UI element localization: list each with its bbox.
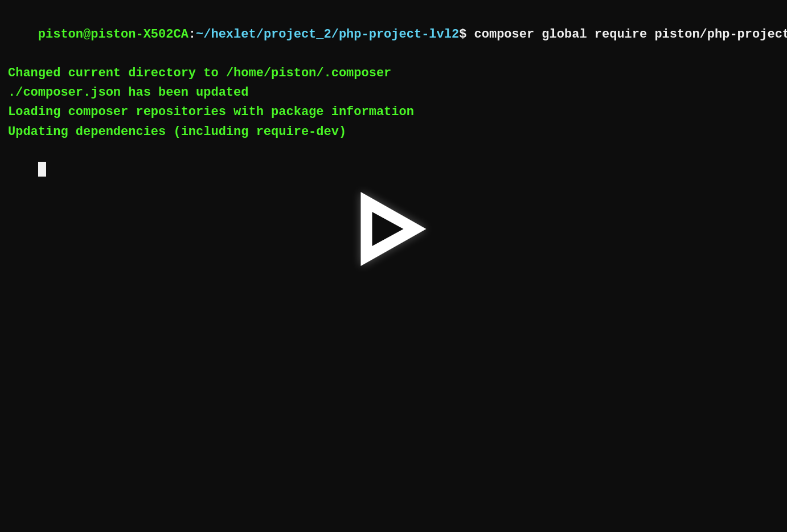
terminal-window: piston@piston-X502CA:~/hexlet/project_2/… — [0, 0, 787, 532]
output-line-2: ./composer.json has been updated — [8, 83, 779, 103]
command-text: composer global require piston/php-proje… — [466, 27, 787, 42]
output-line-1: Changed current directory to /home/pisto… — [8, 64, 779, 83]
prompt-separator: : — [188, 27, 196, 42]
terminal-cursor — [38, 162, 46, 177]
output-line-4: Updating dependencies (including require… — [8, 122, 779, 142]
terminal-prompt-line: piston@piston-X502CA:~/hexlet/project_2/… — [8, 6, 779, 64]
output-line-3: Loading composer repositories with packa… — [8, 103, 779, 122]
prompt-dollar: $ — [459, 27, 466, 42]
play-icon — [361, 192, 427, 266]
prompt-path: ~/hexlet/project_2/php-project-lvl2 — [196, 27, 459, 42]
cursor-line — [8, 142, 779, 200]
play-button[interactable] — [361, 192, 427, 266]
prompt-user: piston@piston-X502CA — [38, 27, 188, 42]
